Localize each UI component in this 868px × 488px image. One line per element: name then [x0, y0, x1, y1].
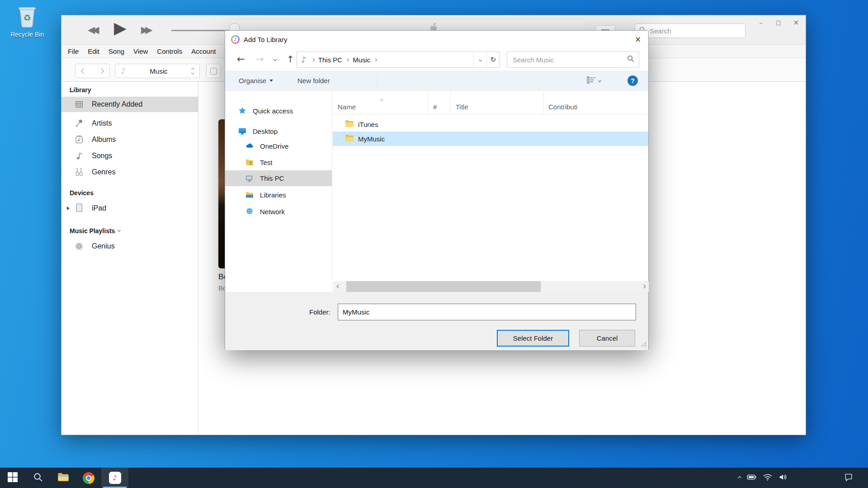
search-icon: [33, 472, 43, 484]
taskbar-search-button[interactable]: [25, 468, 51, 488]
up-one-level-button[interactable]: ↑: [287, 48, 294, 70]
dialog-title: Add To Library: [244, 36, 287, 43]
file-explorer-button[interactable]: [51, 468, 76, 488]
add-to-library-dialog: ♪ Add To Library × ← → ↑ ♪ This PC Music…: [225, 30, 649, 350]
system-tray: [738, 468, 788, 488]
battery-icon[interactable]: [747, 473, 757, 483]
minimize-button[interactable]: –: [755, 17, 767, 28]
dialog-body: Quick access Desktop On: [225, 91, 648, 292]
onedrive-cloud-icon: [244, 141, 255, 150]
file-row-mymusic[interactable]: MyMusic: [333, 131, 648, 146]
scroll-left-button[interactable]: [334, 281, 344, 292]
help-button[interactable]: ?: [627, 75, 638, 86]
start-button[interactable]: [0, 468, 25, 488]
forward-arrow-button[interactable]: →: [256, 48, 264, 70]
select-folder-button[interactable]: Select Folder: [497, 330, 569, 347]
file-row-itunes[interactable]: iTunes: [333, 117, 648, 131]
recycle-bin-icon: ♻: [17, 22, 38, 29]
breadcrumb-music[interactable]: Music: [353, 56, 370, 64]
organise-menu-button[interactable]: Organise: [239, 70, 273, 91]
dialog-title-bar[interactable]: ♪ Add To Library: [225, 31, 648, 48]
stepper-chevrons-icon: [192, 68, 194, 74]
chrome-icon: [83, 472, 94, 484]
dialog-search-input[interactable]: [512, 56, 627, 64]
chrome-button[interactable]: [76, 468, 101, 488]
nav-item-onedrive[interactable]: OneDrive: [225, 139, 332, 153]
library-header: Library: [70, 86, 91, 94]
address-bar[interactable]: ♪ This PC Music ↻: [297, 52, 500, 68]
miniplayer-button[interactable]: [206, 64, 221, 78]
resize-grip[interactable]: [641, 341, 647, 349]
sidebar-item-albums[interactable]: Albums: [61, 132, 198, 147]
itunes-sidebar: Library Recently Added Artists: [61, 82, 198, 435]
breadcrumb-chevron-icon: [346, 58, 349, 61]
nav-item-libraries[interactable]: Libraries: [225, 188, 332, 202]
svg-text:♻: ♻: [23, 13, 31, 23]
dialog-command-bar: Organise New folder ?: [225, 70, 648, 91]
menu-account[interactable]: Account: [187, 47, 220, 55]
rewind-button[interactable]: ◀◀: [88, 24, 96, 35]
menu-file[interactable]: File: [63, 47, 83, 55]
address-dropdown-button[interactable]: [473, 52, 486, 67]
wifi-icon[interactable]: [763, 473, 773, 483]
play-button[interactable]: ▶: [114, 19, 127, 37]
volume-icon[interactable]: [778, 473, 788, 483]
scrollbar-thumb[interactable]: [346, 281, 541, 292]
nav-item-network[interactable]: Network: [225, 204, 332, 219]
volume-slider-track[interactable]: [171, 30, 231, 31]
change-view-button[interactable]: [587, 70, 601, 91]
menu-edit[interactable]: Edit: [83, 47, 104, 55]
sidebar-item-ipad[interactable]: iPad: [61, 201, 198, 216]
nav-item-desktop[interactable]: Desktop: [225, 124, 332, 138]
column-header-number[interactable]: #: [428, 91, 451, 114]
sidebar-item-genres[interactable]: Genres: [61, 164, 198, 180]
scroll-right-button[interactable]: [639, 281, 649, 292]
libraries-icon: [244, 190, 255, 199]
sidebar-item-genius[interactable]: Genius: [61, 239, 198, 254]
recent-locations-dropdown[interactable]: [274, 48, 277, 70]
menu-controls[interactable]: Controls: [152, 47, 187, 55]
menu-song[interactable]: Song: [104, 47, 129, 55]
sidebar-item-songs[interactable]: Songs: [61, 148, 198, 164]
action-center-button[interactable]: [837, 468, 860, 488]
itunes-search-box[interactable]: [635, 23, 745, 38]
miniplayer-icon: [210, 68, 217, 75]
column-header-contributing[interactable]: Contributi: [543, 91, 650, 114]
fast-forward-button[interactable]: ▶▶: [141, 24, 149, 35]
sidebar-item-artists[interactable]: Artists: [61, 116, 198, 131]
dropdown-triangle-icon: [269, 80, 273, 82]
nav-item-quick-access[interactable]: Quick access: [225, 103, 332, 118]
recycle-bin-desktop-icon[interactable]: ♻ Recycle Bin: [10, 5, 44, 38]
horizontal-scrollbar[interactable]: [334, 281, 649, 292]
column-headers: Name # Title Contributi: [333, 91, 648, 114]
folder-name-input[interactable]: [338, 304, 636, 320]
chevron-down-icon: [118, 229, 121, 232]
disclosure-triangle-icon[interactable]: [67, 206, 70, 210]
close-button[interactable]: ×: [790, 17, 802, 28]
details-view-icon: [587, 76, 596, 85]
dialog-close-button[interactable]: ×: [627, 31, 648, 48]
breadcrumb-this-pc[interactable]: This PC: [318, 56, 342, 64]
chevron-down-icon: [598, 79, 601, 82]
refresh-button[interactable]: ↻: [486, 52, 500, 67]
back-arrow-button[interactable]: ←: [237, 48, 245, 70]
menu-view[interactable]: View: [129, 47, 152, 55]
action-center-icon: [844, 473, 853, 483]
sidebar-item-recently-added[interactable]: Recently Added: [61, 97, 198, 112]
itunes-search-input[interactable]: [649, 27, 741, 35]
nav-item-test[interactable]: Test: [225, 155, 332, 169]
toolbar-separator: [377, 74, 377, 87]
folder-navigation-pane: Quick access Desktop On: [225, 91, 332, 292]
hidden-icons-chevron[interactable]: [738, 476, 741, 479]
nav-item-this-pc[interactable]: This PC: [225, 170, 332, 186]
cancel-button[interactable]: Cancel: [579, 330, 635, 347]
itunes-taskbar-button[interactable]: ♪: [101, 468, 128, 488]
forward-button[interactable]: [92, 64, 110, 78]
playlists-header[interactable]: Music Playlists: [70, 227, 120, 235]
maximize-button[interactable]: □: [773, 17, 784, 28]
dialog-search-box[interactable]: [507, 52, 639, 68]
media-picker-dropdown[interactable]: ♪ Music: [115, 64, 200, 78]
column-header-title[interactable]: Title: [451, 91, 543, 114]
back-button[interactable]: [75, 64, 93, 78]
new-folder-button[interactable]: New folder: [297, 70, 330, 91]
